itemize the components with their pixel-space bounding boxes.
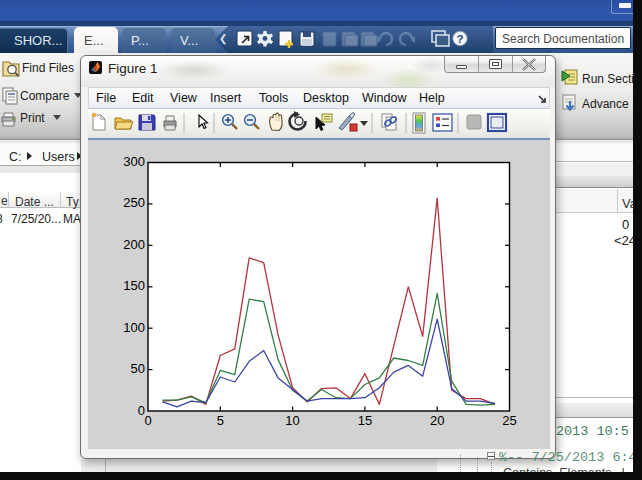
svg-text:50: 50: [131, 361, 145, 376]
svg-text:200: 200: [123, 237, 145, 252]
svg-text:250: 250: [123, 195, 145, 210]
svg-text:100: 100: [123, 320, 145, 335]
svg-text:?: ?: [456, 33, 463, 45]
svg-text:20: 20: [430, 413, 444, 428]
svg-text:0: 0: [144, 413, 151, 428]
svg-text:300: 300: [123, 154, 145, 169]
svg-text:25: 25: [502, 413, 516, 428]
svg-text:5: 5: [217, 413, 224, 428]
svg-text:10: 10: [285, 413, 299, 428]
svg-text:15: 15: [358, 413, 372, 428]
svg-text:150: 150: [123, 278, 145, 293]
